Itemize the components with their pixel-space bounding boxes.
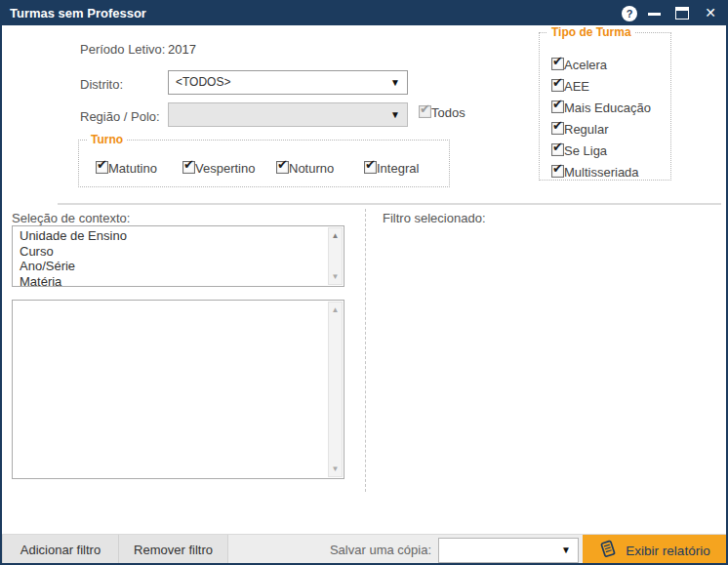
window-title: Turmas sem Professor <box>10 2 146 25</box>
checkbox-noturno[interactable]: ✔Noturno <box>276 158 334 174</box>
salvar-uma-copia-label: Salvar uma cópia: <box>295 535 431 565</box>
periodo-letivo-label: Período Letivo: <box>80 42 165 57</box>
checkbox-label: Vespertino <box>195 161 255 176</box>
exibir-relatorio-button[interactable]: Exibir relatório <box>583 535 726 565</box>
checkbox-label: Mais Educação <box>564 101 651 115</box>
checkbox-multisseriada[interactable]: ✔Multisseriada <box>551 162 639 178</box>
checkbox-icon: ✔ <box>364 161 377 174</box>
checkmark-icon: ✔ <box>97 158 107 171</box>
checkbox-label: AEE <box>564 79 589 94</box>
tipo-de-turma-fieldset: Tipo de Turma ✔Acelera ✔AEE ✔Mais Educaç… <box>539 32 671 181</box>
checkmark-icon: ✔ <box>552 162 563 175</box>
checkmark-icon: ✔ <box>420 102 430 115</box>
checkbox-mais-educacao[interactable]: ✔Mais Educação <box>551 98 651 113</box>
footer-bar: Adicionar filtro Remover filtro Salvar u… <box>2 534 726 565</box>
checkbox-icon: ✔ <box>551 58 564 70</box>
scrollbar[interactable]: ▲ ▼ <box>328 302 343 477</box>
checkbox-label: Noturno <box>289 161 334 176</box>
checkbox-aee[interactable]: ✔AEE <box>551 76 589 92</box>
titlebar: Turmas sem Professor ? ✕ <box>2 2 726 25</box>
list-item[interactable]: Ano/Série <box>13 259 327 274</box>
filtro-selecionado-label: Filtro selecionado: <box>383 211 486 225</box>
list-item[interactable]: Matéria <box>13 274 327 288</box>
distrito-label: Distrito: <box>80 77 123 92</box>
checkbox-icon: ✔ <box>96 161 108 174</box>
list-item[interactable]: Unidade de Ensino <box>13 228 327 244</box>
todos-checkbox[interactable]: ✔Todos <box>419 102 465 118</box>
checkmark-icon: ✔ <box>552 76 563 89</box>
checkmark-icon: ✔ <box>183 158 194 171</box>
context-listbox[interactable]: Unidade de Ensino Curso Ano/Série Matéri… <box>12 225 344 287</box>
scrollbar[interactable]: ▲ ▼ <box>328 227 343 285</box>
scroll-down-icon[interactable]: ▼ <box>329 272 342 281</box>
checkbox-matutino[interactable]: ✔Matutino <box>96 158 157 174</box>
checkbox-label: Matutino <box>108 161 157 176</box>
checkbox-se-liga[interactable]: ✔Se Liga <box>551 141 607 156</box>
checkbox-regular[interactable]: ✔Regular <box>551 119 609 135</box>
horizontal-separator <box>58 203 721 205</box>
adicionar-filtro-button[interactable]: Adicionar filtro <box>2 535 119 565</box>
checkbox-icon: ✔ <box>419 105 431 118</box>
close-icon: ✕ <box>705 5 716 20</box>
dialog-window: Turmas sem Professor ? ✕ Período Letivo:… <box>0 0 728 565</box>
todos-checkbox-label: Todos <box>431 105 465 120</box>
checkmark-icon: ✔ <box>365 158 376 171</box>
salvar-copia-select[interactable]: ▼ <box>438 538 579 563</box>
checkbox-vespertino[interactable]: ✔Vespertino <box>182 158 255 174</box>
checkmark-icon: ✔ <box>277 158 288 171</box>
close-button[interactable]: ✕ <box>699 2 722 25</box>
scroll-down-icon[interactable]: ▼ <box>329 464 342 473</box>
checkmark-icon: ✔ <box>552 98 563 110</box>
minimize-button[interactable] <box>644 2 666 25</box>
checkmark-icon: ✔ <box>552 119 563 132</box>
checkbox-integral[interactable]: ✔Integral <box>364 158 419 174</box>
exibir-relatorio-label: Exibir relatório <box>626 544 709 558</box>
checkbox-icon: ✔ <box>276 161 289 174</box>
maximize-button[interactable] <box>671 2 693 25</box>
regiao-polo-select[interactable]: ▼ <box>168 102 408 127</box>
chevron-down-icon: ▼ <box>390 103 400 126</box>
checkbox-icon: ✔ <box>551 143 564 156</box>
checkbox-icon: ✔ <box>551 101 564 113</box>
scroll-up-icon[interactable]: ▲ <box>329 231 342 240</box>
chevron-down-icon: ▼ <box>390 71 400 94</box>
filter-listbox[interactable]: ▲ ▼ <box>12 300 344 479</box>
remover-filtro-button[interactable]: Remover filtro <box>119 535 228 565</box>
checkbox-label: Regular <box>564 122 609 137</box>
checkbox-label: Multisseriada <box>564 165 639 180</box>
checkmark-icon: ✔ <box>552 55 563 67</box>
checkbox-label: Integral <box>377 161 419 176</box>
tipo-de-turma-legend: Tipo de Turma <box>547 25 635 39</box>
checkmark-icon: ✔ <box>552 141 563 153</box>
selecao-de-contexto-label: Seleção de contexto: <box>12 211 130 225</box>
list-item[interactable]: Curso <box>13 244 327 260</box>
turno-legend: Turno <box>87 133 127 146</box>
periodo-letivo-value: 2017 <box>168 42 196 57</box>
maximize-icon <box>675 7 689 20</box>
checkbox-label: Se Liga <box>564 143 607 158</box>
turno-fieldset: Turno ✔Matutino ✔Vespertino ✔Noturno ✔In… <box>78 140 450 187</box>
chevron-down-icon: ▼ <box>561 539 571 561</box>
help-icon: ? <box>622 6 637 21</box>
checkbox-icon: ✔ <box>551 122 564 135</box>
panel-separator <box>365 209 366 492</box>
checkbox-icon: ✔ <box>182 161 195 174</box>
distrito-select[interactable]: <TODOS> ▼ <box>168 70 408 95</box>
help-button[interactable]: ? <box>619 2 640 25</box>
report-icon <box>598 540 617 558</box>
checkbox-icon: ✔ <box>551 79 564 92</box>
distrito-selected-value: <TODOS> <box>176 75 230 89</box>
minimize-icon <box>648 13 661 16</box>
scroll-up-icon[interactable]: ▲ <box>329 305 342 314</box>
regiao-polo-label: Região / Polo: <box>80 109 160 124</box>
checkbox-acelera[interactable]: ✔Acelera <box>551 55 607 70</box>
checkbox-icon: ✔ <box>551 165 564 178</box>
checkbox-label: Acelera <box>564 58 607 72</box>
